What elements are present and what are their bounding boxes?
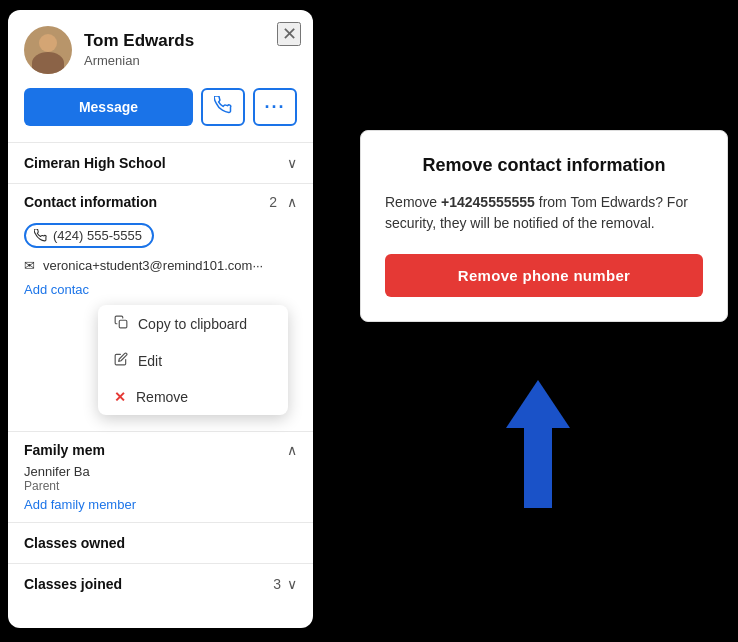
edit-icon [114,352,128,369]
profile-language: Armenian [84,53,140,68]
remove-phone-button[interactable]: Remove phone number [385,254,703,297]
profile-info: Tom Edwards Armenian [24,26,297,74]
arrow-head [506,380,570,428]
classes-joined-section[interactable]: Classes joined 3 ∨ [8,563,313,604]
phone-item-icon [34,229,47,242]
profile-name: Tom Edwards [84,31,194,51]
classes-joined-count: 3 [273,576,281,592]
family-chevron: ∧ [287,442,297,458]
contact-panel: ✕ Tom Edwards Armenian Message ··· [8,10,313,628]
family-header: Family mem ∧ [24,442,297,458]
phone-number: (424) 555-5555 [53,228,142,243]
phone-highlighted: (424) 555-5555 [24,223,154,248]
family-title: Family mem [24,442,105,458]
more-icon: ··· [264,97,285,118]
remove-item[interactable]: ✕ Remove [98,379,288,415]
classes-joined-header: Classes joined 3 ∨ [24,576,297,592]
phone-item[interactable]: (424) 555-5555 [24,218,297,253]
arrow-indicator [506,380,570,508]
classes-joined-chevron: ∨ [287,576,297,592]
contact-title: Contact information [24,194,157,210]
classes-joined-label: Classes joined [24,576,122,592]
contact-count: 2 [269,194,277,210]
remove-contact-modal: Remove contact information Remove +14245… [360,130,728,322]
remove-label: Remove [136,389,188,405]
family-member-role: Parent [24,479,297,493]
profile-header: ✕ Tom Edwards Armenian Message ··· [8,10,313,142]
school-chevron: ∨ [287,155,297,171]
family-member-name: Jennifer Ba [24,464,297,479]
add-family-link[interactable]: Add family member [24,497,297,512]
school-name: Cimeran High School [24,155,166,171]
family-member: Jennifer Ba Parent [24,464,297,493]
family-section: Family mem ∧ Jennifer Ba Parent Add fami… [8,431,313,522]
contact-section: Contact information 2 ∧ (424) 555-5555 ✉… [8,183,313,311]
classes-owned-header: Classes owned [24,535,297,551]
action-buttons: Message ··· [24,88,297,126]
avatar [24,26,72,74]
edit-label: Edit [138,353,162,369]
copy-icon [114,315,128,332]
more-button[interactable]: ··· [253,88,297,126]
phone-icon [214,96,232,118]
close-button[interactable]: ✕ [277,22,301,46]
contact-count-chevron: 2 ∧ [269,194,297,210]
school-section[interactable]: Cimeran High School ∨ [8,142,313,183]
classes-owned-label: Classes owned [24,535,125,551]
classes-owned-section[interactable]: Classes owned [8,522,313,563]
modal-body: Remove +14245555555 from Tom Edwards? Fo… [385,192,703,234]
copy-clipboard-item[interactable]: Copy to clipboard [98,305,288,342]
context-menu: Copy to clipboard Edit ✕ Remove [98,305,288,415]
arrow-shaft [524,428,552,508]
profile-text: Tom Edwards Armenian [84,31,194,69]
modal-title: Remove contact information [385,155,703,176]
email-value: veronica+student3@remind101.com··· [43,258,263,273]
copy-label: Copy to clipboard [138,316,247,332]
contact-chevron: ∧ [287,194,297,210]
message-button[interactable]: Message [24,88,193,126]
modal-phone-number: +14245555555 [441,194,535,210]
add-contact-link[interactable]: Add contac [24,278,297,301]
phone-button[interactable] [201,88,245,126]
classes-joined-right: 3 ∨ [273,576,297,592]
svg-rect-0 [119,320,127,328]
remove-x-icon: ✕ [114,389,126,405]
email-icon: ✉ [24,258,35,273]
modal-body-prefix: Remove [385,194,441,210]
edit-item[interactable]: Edit [98,342,288,379]
contact-header: Contact information 2 ∧ [24,194,297,210]
email-item[interactable]: ✉ veronica+student3@remind101.com··· [24,253,297,278]
